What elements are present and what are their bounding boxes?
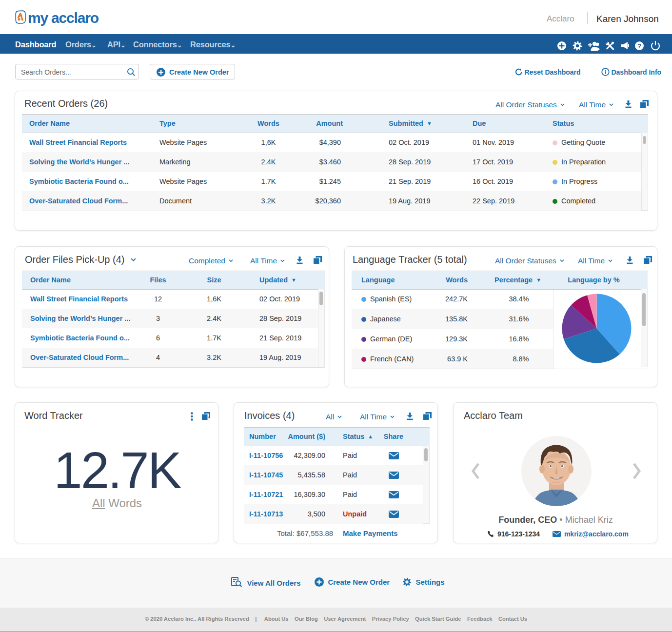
svg-text:?: ? xyxy=(637,42,641,50)
